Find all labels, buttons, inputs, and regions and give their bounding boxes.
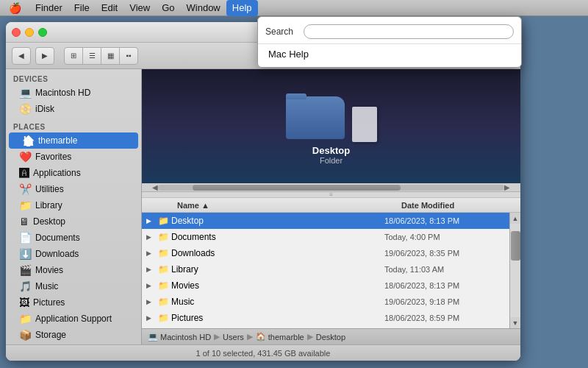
mac-help-item[interactable]: Mac Help [258, 46, 521, 63]
folder-icon: 📁 [155, 280, 171, 291]
breadcrumb-desktop[interactable]: Desktop [316, 333, 345, 342]
file-name-label: Library [171, 264, 384, 275]
col-name-header[interactable]: Name ▲ [171, 198, 395, 213]
view-icon-button[interactable]: ⊞ [64, 47, 83, 65]
file-date-label: Today, 4:00 PM [384, 233, 509, 241]
sort-arrow-icon: ▲ [201, 201, 209, 210]
column-area: Desktop Folder ◀ ▶ ≡ [142, 69, 520, 344]
view-cover-button[interactable]: ▪▪ [119, 47, 138, 65]
scroll-up-arrow[interactable]: ▲ [510, 213, 521, 224]
file-list-header: Name ▲ Date Modified [142, 198, 520, 213]
sidebar-item-documents[interactable]: 📄 Documents [6, 230, 141, 246]
table-row[interactable]: ▶ 📁 Library Today, 11:03 AM [142, 261, 509, 277]
sidebar-item-desktop[interactable]: 🖥 Desktop [6, 213, 141, 230]
sidebar: DEVICES 💻 Macintosh HD 📀 iDisk PLACES 🏠 … [6, 69, 142, 344]
sidebar-item-movies[interactable]: 🎬 Movies [6, 262, 141, 278]
storage-label: Storage [35, 330, 66, 340]
hd-path-icon: 💻 [148, 332, 158, 342]
table-row[interactable]: ▶ 📁 Downloads 19/06/2023, 8:35 PM [142, 245, 509, 261]
scroll-right-arrow[interactable]: ▶ [504, 183, 510, 191]
vscroll-thumb[interactable] [511, 231, 520, 261]
sidebar-item-storage[interactable]: 📦 Storage [6, 327, 141, 343]
menubar-finder[interactable]: Finder [29, 0, 68, 16]
drag-handle[interactable]: ≡ [142, 192, 520, 198]
idisk-label: iDisk [35, 104, 54, 114]
back-button[interactable]: ◀ [12, 47, 31, 65]
apple-menu[interactable]: 🍎 [0, 2, 29, 14]
sidebar-item-themarble[interactable]: 🏠 themarble [9, 132, 138, 149]
v-scrollbar[interactable]: ▲ ▼ [509, 213, 520, 328]
finder-window: 🏠 themarble ◀ ▶ ⊞ ☰ ▦ ▪▪ 👁 ⚙ ▾ DEVICES 💻 [6, 22, 520, 361]
menubar-go[interactable]: Go [156, 0, 180, 16]
path-sep-2: ▶ [247, 332, 253, 342]
file-date-label: Today, 11:03 AM [384, 265, 509, 274]
sidebar-item-favorites[interactable]: ❤️ Favorites [6, 149, 141, 165]
folder-icon: 📁 [155, 216, 171, 226]
menubar-help[interactable]: Help [226, 0, 258, 16]
sidebar-item-music[interactable]: 🎵 Music [6, 278, 141, 294]
expand-arrow-icon[interactable]: ▶ [142, 233, 155, 241]
sidebar-item-downloads[interactable]: ⬇️ Downloads [6, 246, 141, 262]
menubar-file[interactable]: File [68, 0, 96, 16]
table-row[interactable]: ▶ 📁 Movies 18/06/2023, 8:13 PM [142, 277, 509, 294]
folder-icon: 📁 [155, 297, 171, 307]
sidebar-item-application-support[interactable]: 📁 Application Support [6, 311, 141, 327]
expand-arrow-icon[interactable]: ▶ [142, 282, 155, 289]
table-row[interactable]: ▶ 📁 Documents Today, 4:00 PM [142, 229, 509, 245]
bottom-bar: 💻 Macintosh HD ▶ Users ▶ 🏠 themarble ▶ D… [142, 328, 520, 344]
view-column-button[interactable]: ▦ [101, 47, 120, 65]
downloads-icon: ⬇️ [19, 248, 32, 260]
app-support-label: Application Support [35, 314, 112, 324]
expand-arrow-icon[interactable]: ▶ [142, 250, 155, 257]
scroll-left-arrow[interactable]: ◀ [152, 183, 158, 191]
help-search-input[interactable] [304, 24, 514, 39]
places-header: PLACES [6, 117, 141, 132]
file-name-label: Desktop [171, 216, 384, 226]
breadcrumb-themarble[interactable]: 🏠 themarble [256, 332, 304, 342]
menubar-view[interactable]: View [123, 0, 156, 16]
minimize-button[interactable] [25, 28, 34, 37]
expand-arrow-icon[interactable]: ▶ [142, 217, 155, 224]
view-list-button[interactable]: ☰ [82, 47, 101, 65]
close-button[interactable] [12, 28, 21, 37]
path-sep-1: ▶ [214, 332, 220, 342]
library-icon: 📁 [19, 199, 32, 211]
breadcrumb-users[interactable]: Users [223, 333, 244, 342]
folder-icon: 📁 [155, 264, 171, 275]
menubar: 🍎 Finder File Edit View Go Window Help S… [0, 0, 588, 16]
table-row[interactable]: ▶ 📁 Pictures 18/06/2023, 8:59 PM [142, 310, 509, 326]
expand-arrow-icon[interactable]: ▶ [142, 266, 155, 273]
app-support-icon: 📁 [19, 313, 32, 325]
expand-arrow-icon[interactable]: ▶ [142, 314, 155, 322]
movies-icon: 🎬 [19, 264, 32, 276]
scrollbar-thumb[interactable] [193, 185, 401, 191]
vscroll-track[interactable] [510, 224, 520, 317]
folder-preview: Desktop Folder [286, 88, 377, 165]
menubar-window[interactable]: Window [181, 0, 226, 16]
users-path-label: Users [223, 333, 244, 342]
sidebar-item-library[interactable]: 📁 Library [6, 197, 141, 213]
menubar-edit[interactable]: Edit [96, 0, 123, 16]
expand-arrow-icon[interactable]: ▶ [142, 298, 155, 305]
status-bar: 1 of 10 selected, 431.45 GB available [6, 344, 520, 361]
file-list-container: ▶ 📁 Desktop 18/06/2023, 8:13 PM ▶ 📁 Docu… [142, 213, 520, 328]
file-date-label: 19/06/2023, 9:18 PM [384, 297, 509, 306]
drag-lines-icon: ≡ [329, 191, 333, 198]
name-col-label: Name [177, 201, 199, 210]
table-row[interactable]: ▶ 📁 Music 19/06/2023, 9:18 PM [142, 294, 509, 310]
col-date-header[interactable]: Date Modified [395, 198, 520, 213]
scroll-down-arrow[interactable]: ▼ [510, 317, 521, 328]
sidebar-item-macintosh-hd[interactable]: 💻 Macintosh HD [6, 85, 141, 101]
date-col-label: Date Modified [401, 201, 454, 210]
sidebar-item-pictures[interactable]: 🖼 Pictures [6, 294, 141, 311]
sidebar-item-utilities[interactable]: ✂️ Utilities [6, 181, 141, 197]
table-row[interactable]: ▶ 📁 Desktop 18/06/2023, 8:13 PM [142, 213, 509, 229]
macintosh-hd-label: Macintosh HD [35, 88, 90, 98]
breadcrumb-macintosh-hd[interactable]: 💻 Macintosh HD [148, 332, 211, 342]
sidebar-item-idisk[interactable]: 📀 iDisk [6, 101, 141, 117]
maximize-button[interactable] [38, 28, 47, 37]
forward-button[interactable]: ▶ [35, 47, 54, 65]
scrollbar-track[interactable] [158, 185, 504, 191]
help-divider [258, 43, 521, 44]
sidebar-item-applications[interactable]: 🅰 Applications [6, 165, 141, 181]
